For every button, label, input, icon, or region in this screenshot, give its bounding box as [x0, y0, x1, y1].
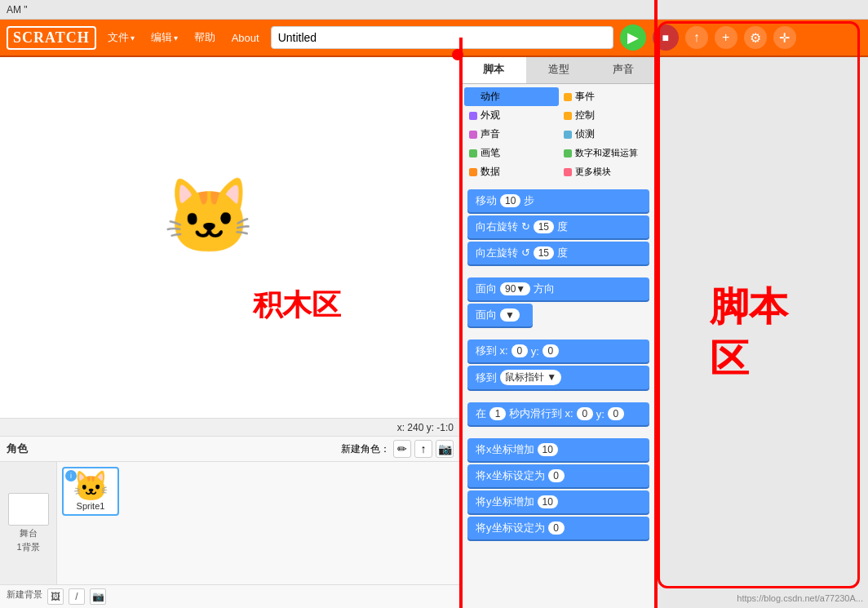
cat-math[interactable]: 数字和逻辑运算 — [559, 144, 653, 162]
tab-sound[interactable]: 声音 — [591, 57, 656, 83]
block-set-y[interactable]: 将y坐标设定为 0 — [467, 517, 649, 539]
annotation-mid-border — [654, 0, 658, 608]
project-name-input[interactable] — [271, 26, 613, 49]
menu-edit[interactable]: 编辑 ▾ — [146, 29, 183, 47]
block-turn-right-deg[interactable]: 15 — [534, 220, 554, 233]
block-glide[interactable]: 在 1 秒内滑行到 x: 0 y: 0 — [467, 402, 649, 425]
cat-control[interactable]: 控制 — [559, 106, 653, 125]
new-backdrop-area: 新建背景 🖼 / 📷 — [0, 584, 460, 608]
cat-dot-event — [564, 93, 572, 101]
new-sprite-paint-btn[interactable]: ✏ — [393, 440, 411, 458]
block-change-y-val[interactable]: 10 — [538, 495, 558, 508]
tab-costume[interactable]: 造型 — [526, 57, 591, 83]
block-change-x-val[interactable]: 10 — [538, 443, 558, 456]
tab-script[interactable]: 脚本 — [461, 57, 526, 83]
cat-label-more: 更多模块 — [575, 166, 611, 178]
cat-more[interactable]: 更多模块 — [559, 162, 653, 181]
stage-thumbnail[interactable]: 舞台 1背景 — [0, 462, 57, 584]
block-move-steps[interactable]: 10 — [500, 194, 520, 207]
menu-about[interactable]: About — [227, 30, 264, 46]
block-change-x[interactable]: 将x坐标增加 10 — [467, 438, 649, 461]
block-goto-target-val[interactable]: 鼠标指针 ▼ — [500, 370, 561, 385]
cat-data[interactable]: 数据 — [464, 162, 559, 181]
sprite-new-controls: 新建角色： ✏ ↑ 📷 — [341, 440, 454, 458]
stage-canvas[interactable]: 🐱 积木区 — [0, 57, 460, 419]
palette-tabs: 脚本 造型 声音 — [461, 57, 656, 84]
cat-motion[interactable]: 动作 — [464, 87, 559, 106]
top-bar-title: AM " — [7, 4, 28, 16]
sprite-info-badge: i — [65, 470, 77, 482]
cat-label-sound: 声音 — [480, 127, 500, 141]
block-goto-xy[interactable]: 移到 x: 0 y: 0 — [467, 340, 649, 362]
menu-file[interactable]: 文件 ▾ — [103, 29, 140, 47]
new-sprite-camera-btn[interactable]: 📷 — [436, 440, 454, 458]
sprite-header: 角色 新建角色： ✏ ↑ 📷 — [0, 437, 460, 462]
cat-dot-math — [564, 149, 572, 158]
cat-label-looks: 外观 — [480, 109, 500, 122]
main-area: 🐱 积木区 x: 240 y: -1:0 角色 新建角色： ✏ ↑ 📷 舞台 — [0, 57, 868, 608]
cat-label-event: 事件 — [575, 90, 595, 104]
block-glide-y[interactable]: 0 — [608, 407, 624, 420]
scratch-header: SCRATCH 文件 ▾ 编辑 ▾ 帮助 About ▶ ■ ↑ + ⚙ ✛ — [0, 20, 868, 57]
cat-sound[interactable]: 声音 — [464, 125, 559, 144]
block-face-val[interactable]: ▼ — [500, 308, 520, 322]
cat-sensing[interactable]: 侦测 — [559, 125, 653, 144]
block-turn-left-deg[interactable]: 15 — [534, 246, 554, 260]
cat-dot-sound — [469, 131, 477, 139]
green-flag-button[interactable]: ▶ — [620, 24, 646, 51]
cat-label-pen: 画笔 — [480, 146, 500, 160]
plus-icon[interactable]: + — [715, 26, 737, 49]
block-face-dir-val[interactable]: 90▼ — [500, 282, 530, 295]
cat-label-math: 数字和逻辑运算 — [575, 147, 638, 159]
cat-pen[interactable]: 画笔 — [464, 144, 559, 162]
block-change-y[interactable]: 将y坐标增加 10 — [467, 490, 649, 513]
top-bar: AM " — [0, 0, 868, 20]
block-set-x-val[interactable]: 0 — [548, 469, 565, 482]
cat-dot-sensing — [564, 131, 572, 139]
upload-icon[interactable]: ↑ — [685, 26, 708, 49]
sprite-header-title: 角色 — [7, 442, 28, 456]
sprite-cat-icon: 🐱 — [73, 472, 109, 501]
sprite-item-sprite1[interactable]: i 🐱 Sprite1 — [62, 467, 119, 516]
annotation-red-dot — [452, 49, 463, 60]
blocks-list: 移动 10 步 向右旋转 ↻ 15 度 向左旋转 ↺ 15 度 面向 90▼ 方… — [461, 184, 656, 608]
block-goto-y[interactable]: 0 — [542, 344, 559, 357]
block-glide-x[interactable]: 0 — [577, 407, 593, 420]
url-watermark: https://blog.csdn.net/a77230A... — [737, 593, 863, 603]
category-grid: 动作 事件 外观 控制 声音 侦测 — [461, 84, 656, 184]
scratch-logo: SCRATCH — [7, 26, 96, 50]
backdrop-btn-camera[interactable]: 📷 — [90, 588, 106, 605]
block-face-dir[interactable]: 面向 90▼ 方向 — [467, 277, 649, 300]
block-face[interactable]: 面向 ▼ — [467, 304, 533, 326]
stage-coords: x: 240 y: -1:0 — [0, 419, 460, 437]
cursor-icon[interactable]: ✛ — [773, 26, 796, 49]
cat-dot-data — [469, 168, 477, 176]
cat-dot-motion — [469, 93, 477, 101]
stage-thumb-label: 舞台 — [20, 527, 38, 539]
stage-thumb-sub: 1背景 — [16, 541, 39, 553]
new-sprite-upload-btn[interactable]: ↑ — [414, 440, 432, 458]
sprite-body: 舞台 1背景 i 🐱 Sprite1 — [0, 462, 460, 584]
annotation-left-border — [459, 38, 463, 608]
menu-help[interactable]: 帮助 — [189, 29, 220, 47]
cat-event[interactable]: 事件 — [559, 87, 653, 106]
settings-icon[interactable]: ⚙ — [744, 26, 767, 49]
cat-label-sensing: 侦测 — [575, 127, 595, 141]
cat-looks[interactable]: 外观 — [464, 106, 559, 125]
cat-dot-pen — [469, 149, 477, 158]
script-area[interactable]: 脚本区 https://blog.csdn.net/a77230A... — [657, 57, 868, 608]
cat-label-motion: 动作 — [480, 90, 500, 104]
block-glide-secs[interactable]: 1 — [489, 407, 506, 420]
block-turn-left[interactable]: 向左旋转 ↺ 15 度 — [467, 242, 649, 264]
block-palette: 脚本 造型 声音 动作 事件 外观 控制 声音 — [461, 57, 657, 608]
block-move[interactable]: 移动 10 步 — [467, 189, 649, 212]
stage-area: 🐱 积木区 x: 240 y: -1:0 角色 新建角色： ✏ ↑ 📷 舞台 — [0, 57, 461, 608]
new-sprite-label: 新建角色： — [341, 442, 390, 456]
block-turn-right[interactable]: 向右旋转 ↻ 15 度 — [467, 215, 649, 238]
backdrop-btn-paint[interactable]: 🖼 — [47, 588, 64, 605]
block-set-x[interactable]: 将x坐标设定为 0 — [467, 464, 649, 487]
block-goto-x[interactable]: 0 — [512, 344, 528, 357]
block-goto-target[interactable]: 移到 鼠标指针 ▼ — [467, 366, 649, 389]
backdrop-btn-slash[interactable]: / — [69, 588, 85, 605]
block-set-y-val[interactable]: 0 — [548, 521, 565, 535]
